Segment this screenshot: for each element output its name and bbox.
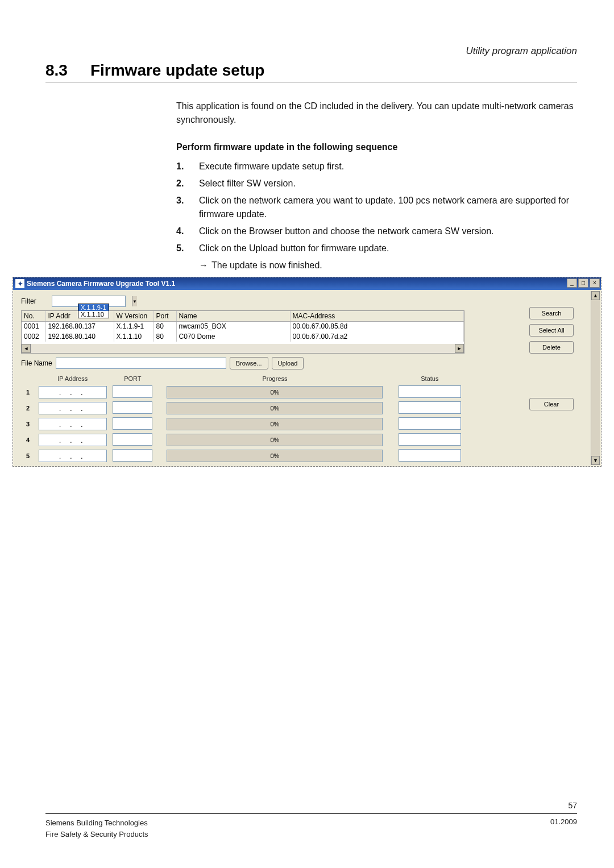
ip-field[interactable]: . . . xyxy=(39,418,107,430)
cell-name: nwcam05_BOX xyxy=(176,321,290,331)
col-port[interactable]: Port xyxy=(154,311,176,321)
col-name[interactable]: Name xyxy=(176,311,290,321)
upload-queue-table: IP Address PORT Progress Status 1. . .0%… xyxy=(21,372,464,465)
ip-field[interactable]: . . . xyxy=(39,402,107,414)
window-title: Siemens Camera Firmware Upgrade Tool V1.… xyxy=(27,280,175,288)
breadcrumb: Utility program application xyxy=(45,45,577,57)
port-field[interactable] xyxy=(113,433,152,446)
step-number: 5. xyxy=(176,242,199,255)
upload-row: 1. . .0% xyxy=(21,385,464,399)
step-text: Click on the Browser button and choose t… xyxy=(199,225,577,238)
ip-field[interactable]: . . . xyxy=(39,434,107,446)
ip-field[interactable]: . . . xyxy=(39,450,107,462)
maximize-button[interactable]: □ xyxy=(578,279,588,288)
filter-label: Filter xyxy=(21,297,52,305)
cell-mac: 00.0b.67.00.85.8d xyxy=(290,321,464,331)
step-number: 1. xyxy=(176,160,199,173)
footer-division: Fire Safety & Security Products xyxy=(45,829,148,840)
step-text: Execute firmware update setup first. xyxy=(199,160,577,173)
progress-bar: 0% xyxy=(167,434,383,446)
row-number: 1 xyxy=(21,385,35,399)
cell-port: 80 xyxy=(154,321,176,331)
port-field[interactable] xyxy=(113,385,152,398)
step-number: 3. xyxy=(176,194,199,221)
footer-date: 01.2009 xyxy=(550,817,577,840)
progress-bar: 0% xyxy=(167,418,383,430)
col-ip-address: IP Address xyxy=(35,374,110,383)
progress-bar: 0% xyxy=(167,402,383,414)
col-version[interactable]: W Version xyxy=(114,311,154,321)
status-field xyxy=(399,385,461,398)
close-button[interactable]: × xyxy=(590,279,600,288)
step-text: Select filter SW version. xyxy=(199,177,577,190)
section-title-row: 8.3 Firmware update setup xyxy=(45,61,577,82)
status-field xyxy=(399,401,461,414)
col-port: PORT xyxy=(110,374,155,383)
cell-version: X.1.1.9-1 xyxy=(114,321,154,331)
cell-no: 0002 xyxy=(22,331,45,342)
step-number: 4. xyxy=(176,225,199,238)
filter-dropdown-options[interactable]: X.1.1.9-1 X.1.1.10 xyxy=(78,304,109,318)
file-name-label: File Name xyxy=(21,359,52,367)
cell-version: X.1.1.10 xyxy=(114,331,154,342)
progress-bar: 0% xyxy=(167,450,383,462)
footer-company: Siemens Building Technologies xyxy=(45,817,148,829)
chevron-down-icon[interactable]: ▼ xyxy=(132,296,137,306)
subheading: Perform firmware update in the following… xyxy=(176,140,577,154)
status-field xyxy=(399,433,461,446)
filter-option[interactable]: X.1.1.9-1 xyxy=(78,304,109,311)
cell-ip: 192.168.80.137 xyxy=(45,321,114,331)
upload-row: 2. . .0% xyxy=(21,401,464,415)
upload-row: 3. . .0% xyxy=(21,417,464,431)
intro-paragraph: This application is found on the CD incl… xyxy=(176,99,577,127)
file-name-input[interactable] xyxy=(56,358,226,369)
row-number: 2 xyxy=(21,401,35,415)
cell-no: 0001 xyxy=(22,321,45,331)
window-titlebar: ✦ Siemens Camera Firmware Upgrade Tool V… xyxy=(13,277,601,290)
upload-button[interactable]: Upload xyxy=(272,357,304,369)
browse-button[interactable]: Browse... xyxy=(230,357,268,369)
row-number: 5 xyxy=(21,449,35,463)
result-text: The update is now finished. xyxy=(211,259,322,272)
cell-port: 80 xyxy=(154,331,176,342)
vertical-scrollbar[interactable]: ▲ ▼ xyxy=(591,291,600,465)
col-no[interactable]: No. xyxy=(22,311,45,321)
camera-row[interactable]: 0001 192.168.80.137 X.1.1.9-1 80 nwcam05… xyxy=(22,321,464,331)
port-field[interactable] xyxy=(113,401,152,414)
ip-field[interactable]: . . . xyxy=(39,386,107,398)
section-title: Firmware update setup xyxy=(90,61,265,80)
col-mac[interactable]: MAC-Address xyxy=(290,311,464,321)
step-text: Click on the network camera you want to … xyxy=(199,194,577,221)
row-number: 4 xyxy=(21,433,35,447)
step-number: 2. xyxy=(176,177,199,190)
page-footer: 57 Siemens Building Technologies Fire Sa… xyxy=(45,801,577,840)
horizontal-scrollbar[interactable]: ◄ ► xyxy=(22,344,464,353)
arrow-icon: → xyxy=(199,259,208,272)
scroll-up-icon[interactable]: ▲ xyxy=(591,291,600,300)
filter-option[interactable]: X.1.1.10 xyxy=(78,311,109,318)
result-row: → The update is now finished. xyxy=(199,259,577,272)
clear-button[interactable]: Clear xyxy=(529,398,574,410)
cell-mac: 00.0b.67.00.7d.a2 xyxy=(290,331,464,342)
scroll-left-icon[interactable]: ◄ xyxy=(22,344,31,353)
scroll-down-icon[interactable]: ▼ xyxy=(591,456,600,465)
page-number: 57 xyxy=(45,801,577,810)
col-status: Status xyxy=(395,374,464,383)
status-field xyxy=(399,417,461,430)
port-field[interactable] xyxy=(113,417,152,430)
upload-row: 4. . .0% xyxy=(21,433,464,447)
cell-ip: 192.168.80.140 xyxy=(45,331,114,342)
status-field xyxy=(399,449,461,462)
select-all-button[interactable]: Select All xyxy=(529,324,574,337)
app-icon: ✦ xyxy=(15,279,24,288)
scroll-right-icon[interactable]: ► xyxy=(455,344,464,353)
minimize-button[interactable]: _ xyxy=(567,279,577,288)
firmware-tool-screenshot: ✦ Siemens Camera Firmware Upgrade Tool V… xyxy=(13,277,601,467)
row-number: 3 xyxy=(21,417,35,431)
delete-button[interactable]: Delete xyxy=(529,341,574,354)
col-progress: Progress xyxy=(155,374,395,383)
search-button[interactable]: Search xyxy=(529,307,574,319)
camera-row[interactable]: 0002 192.168.80.140 X.1.1.10 80 C070 Dom… xyxy=(22,331,464,342)
port-field[interactable] xyxy=(113,449,152,462)
step-text: Click on the Upload button for firmware … xyxy=(199,242,577,255)
